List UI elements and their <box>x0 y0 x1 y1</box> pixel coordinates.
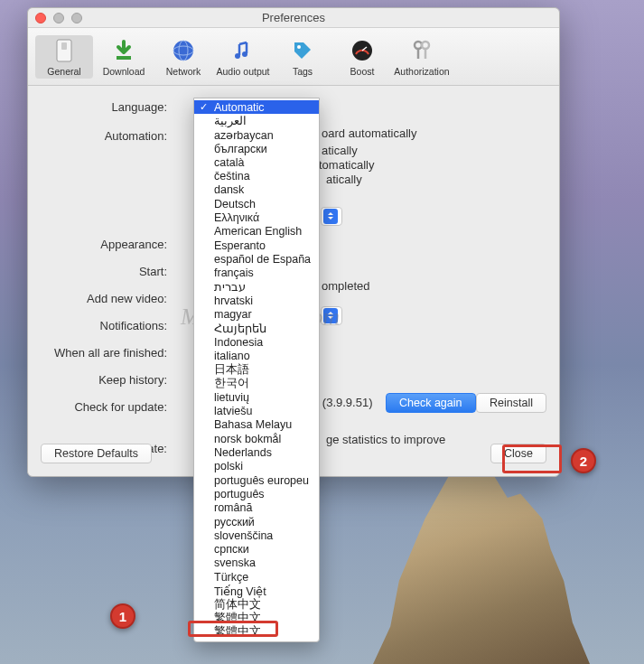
language-option[interactable]: 繁體中文 <box>194 612 319 625</box>
toolbar-tab-audio[interactable]: Audio output <box>214 35 272 79</box>
toolbar-label: Boost <box>350 66 375 77</box>
language-option[interactable]: Nederlands <box>194 445 319 459</box>
language-option[interactable]: العربية <box>194 114 319 127</box>
language-option[interactable]: português europeu <box>194 473 319 487</box>
language-option[interactable]: Türkçe <box>194 570 319 584</box>
desktop-rock <box>373 456 590 664</box>
label-start: Start: <box>48 265 174 278</box>
language-option[interactable]: 繁體中文 <box>194 625 319 639</box>
toolbar-label: Network <box>166 66 201 77</box>
language-option[interactable]: français <box>194 267 319 280</box>
globe-icon <box>170 37 197 64</box>
automation-text-4: atically <box>326 173 362 186</box>
window-zoom-button[interactable] <box>71 13 82 23</box>
language-option[interactable]: slovenščina <box>194 528 319 542</box>
window-minimize-button[interactable] <box>53 13 64 23</box>
toolbar: General Download Network Audio output Ta… <box>28 28 559 86</box>
restore-defaults-button[interactable]: Restore Defaults <box>41 444 152 463</box>
switch-icon <box>51 37 78 64</box>
toolbar-label: Authorization <box>394 66 449 77</box>
language-option[interactable]: català <box>194 155 319 169</box>
label-checkupdate: Check for update: <box>48 400 174 414</box>
titlebar: Preferences <box>28 8 559 28</box>
label-language: Language: <box>48 100 174 114</box>
check-again-button[interactable]: Check again <box>386 393 476 413</box>
language-option[interactable]: español de España <box>194 252 319 266</box>
svg-point-7 <box>242 51 247 57</box>
language-option[interactable]: Հայերեն <box>194 322 319 335</box>
reinstall-button[interactable]: Reinstall <box>476 393 546 413</box>
svg-rect-1 <box>61 42 67 50</box>
svg-point-3 <box>173 41 193 61</box>
language-option[interactable]: српски <box>194 543 319 556</box>
toolbar-label: Tags <box>293 66 313 77</box>
toolbar-tab-authorization[interactable]: Authorization <box>393 35 451 79</box>
chevron-updown-icon <box>323 308 338 323</box>
window-title: Preferences <box>28 11 559 24</box>
language-option[interactable]: български <box>194 142 319 155</box>
callout-1: 1 <box>110 603 135 629</box>
language-option[interactable]: dansk <box>194 183 319 197</box>
toolbar-label: Download <box>103 66 145 77</box>
language-option[interactable]: magyar <box>194 307 319 321</box>
traffic-lights <box>35 13 82 23</box>
language-option[interactable]: azərbaycan <box>194 128 319 142</box>
language-option[interactable]: American English <box>194 225 319 238</box>
language-option[interactable]: עברית <box>194 280 319 294</box>
language-dropdown[interactable]: ✓Automaticالعربيةazərbaycanбългарскиcata… <box>193 98 320 642</box>
language-option[interactable]: hrvatski <box>194 294 319 307</box>
appearance-popup[interactable] <box>321 203 342 226</box>
music-icon <box>229 37 257 64</box>
language-option[interactable]: português <box>194 487 319 500</box>
window-close-button[interactable] <box>35 13 46 23</box>
language-option[interactable]: Esperanto <box>194 238 319 252</box>
automation-text-3: tomatically <box>319 158 374 172</box>
label-automation: Automation: <box>48 129 174 143</box>
language-option[interactable]: Indonesia <box>194 335 319 349</box>
language-option[interactable]: Bahasa Melayu <box>194 418 319 432</box>
svg-point-8 <box>297 45 301 49</box>
stats-text: ge statistics to improve <box>326 433 445 446</box>
language-option[interactable]: русский <box>194 515 319 528</box>
label-whenfinished: When all are finished: <box>48 346 174 360</box>
gauge-icon <box>349 37 376 64</box>
toolbar-tab-network[interactable]: Network <box>154 35 212 79</box>
label-appearance: Appearance: <box>48 238 174 251</box>
toolbar-tab-tags[interactable]: Tags <box>274 35 331 79</box>
whenfinished-popup[interactable] <box>321 303 342 325</box>
version-text: n (3.9.9.51) <box>313 396 373 409</box>
keys-icon <box>408 37 435 64</box>
language-option[interactable]: 日本語 <box>194 363 319 377</box>
toolbar-tab-general[interactable]: General <box>35 35 93 79</box>
automation-text-1: oard automatically <box>322 126 417 140</box>
toolbar-tab-download[interactable]: Download <box>95 35 153 79</box>
label-keephistory: Keep history: <box>48 373 174 387</box>
language-option[interactable]: italiano <box>194 349 319 362</box>
svg-point-13 <box>422 42 429 49</box>
toolbar-label: General <box>47 66 80 77</box>
chevron-updown-icon <box>323 209 338 224</box>
language-option[interactable]: 简体中文 <box>194 598 319 612</box>
label-notifications: Notifications: <box>48 319 174 332</box>
language-option[interactable]: polski <box>194 460 319 473</box>
language-option[interactable]: ✓Automatic <box>194 100 319 114</box>
label-addnew: Add new video: <box>48 292 174 305</box>
language-option[interactable]: română <box>194 501 319 515</box>
language-option[interactable]: lietuvių <box>194 390 319 404</box>
svg-point-6 <box>235 53 240 59</box>
language-option[interactable]: čeština <box>194 169 319 182</box>
language-option[interactable]: Deutsch <box>194 197 319 210</box>
svg-rect-2 <box>117 56 131 60</box>
language-option[interactable]: norsk bokmål <box>194 432 319 445</box>
language-option[interactable]: Tiếng Việt <box>194 584 319 597</box>
toolbar-tab-boost[interactable]: Boost <box>333 35 391 79</box>
toolbar-label: Audio output <box>217 66 270 77</box>
language-option[interactable]: Ελληνικά <box>194 210 319 224</box>
language-option[interactable]: 한국어 <box>194 377 319 390</box>
automation-text-2: atically <box>322 144 358 157</box>
close-button[interactable]: Close <box>490 444 546 463</box>
language-option[interactable]: svenska <box>194 556 319 570</box>
language-option[interactable]: latviešu <box>194 405 319 418</box>
tag-icon <box>289 37 316 64</box>
download-icon <box>110 37 137 64</box>
